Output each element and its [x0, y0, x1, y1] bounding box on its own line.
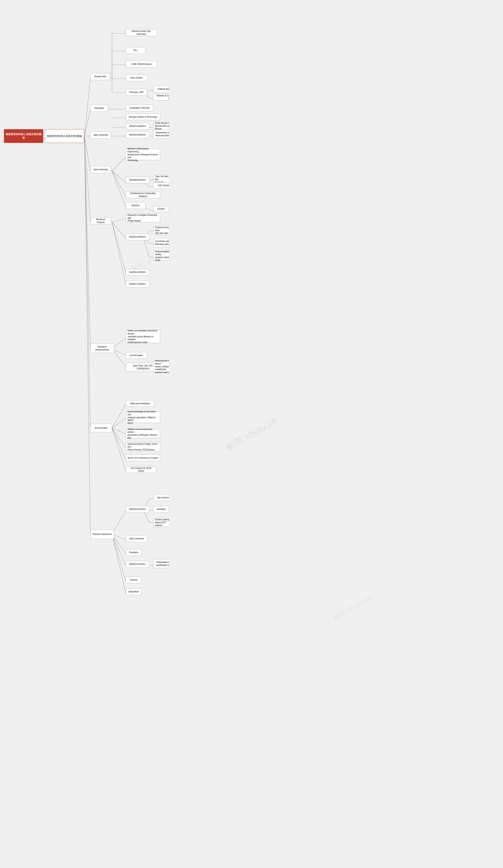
assistant-node: Assistant [153, 506, 169, 513]
period-0413-0615-node: 04/2013-06/2015 [126, 234, 149, 240]
origin-label: Good command of Origin, Vector NTI, Prim… [128, 443, 158, 451]
csc-label: CSC Scholarship [158, 184, 169, 187]
svg-line-100 [112, 534, 126, 581]
period-0412-0213-label: 04/2012-02/2013 [129, 271, 145, 274]
svg-line-35 [112, 157, 126, 171]
journal-paper-1-node: journal paper [126, 352, 147, 359]
research-achievements-label: Research Achievements [92, 345, 112, 351]
svg-line-78 [112, 428, 126, 448]
period-0910-0615-label: 09/2010-06/2015 [129, 133, 145, 136]
period-0910-0711-node: 09/2010-07/2011 [126, 561, 149, 568]
tel-node: TEL: [126, 47, 145, 54]
period-122007-label: 12/2007 [157, 207, 165, 210]
svg-line-66 [112, 349, 126, 355]
participated-label: Participated in the gold trade qualifica… [157, 561, 169, 566]
svg-line-4 [84, 136, 90, 171]
jobs-university-2-node: Jobs University [90, 166, 111, 173]
guided-label: Guided undergraduates to attend SITP pro… [155, 518, 169, 527]
svg-line-5 [84, 136, 90, 222]
phone-node: (+86) 138-0013xxxxx [126, 61, 157, 68]
period-0910-0711-label: 09/2010-07/2011 [129, 563, 145, 566]
svg-line-97 [112, 534, 126, 566]
origin-node: Good command of Origin, Vector NTI, Prim… [126, 442, 160, 451]
ielts-label: IELTS: 6.5; Proficiency in English [128, 456, 158, 459]
phage-display-node: Research on Antigen Presenting with Phag… [126, 214, 160, 223]
donald-jobs-label: Donald Jobs [94, 75, 106, 78]
period-0412-0213-node: 04/2012-02/2013 [126, 269, 149, 276]
president-label: President [129, 551, 138, 554]
guided-node: Guided undergraduates to attend SITP pro… [153, 518, 169, 527]
svg-line-61 [112, 222, 126, 285]
main-center-label: 高校研究所科研人员英文简历模板 [47, 134, 82, 138]
practice-experience-node: Practice Experience [90, 529, 114, 539]
cell-culture-node: Good knowledge of cell culture and antig… [126, 412, 160, 423]
communicated-label: Communicated findings and draft weekly p… [155, 250, 169, 262]
root-node: 高校研究所科研人员英文简历模板 [4, 129, 43, 143]
president-node: President [126, 549, 141, 556]
svg-line-74 [112, 418, 126, 428]
svg-line-102 [112, 534, 126, 593]
research-projects-node: Research Projects [90, 217, 111, 225]
study-abroad-label: Study abroad, Department of Biochemistry… [155, 122, 169, 130]
conduct-survey-node: Conduct survey of literature and liaise … [153, 226, 169, 235]
svg-line-37 [112, 171, 126, 183]
jobs-university-1-node: Jobs University [90, 132, 111, 138]
svg-line-80 [112, 428, 126, 459]
period-122007-node: 12/2007 [153, 206, 169, 212]
scholarship-outstanding-label: Scholarship for Outstanding Students [128, 192, 158, 197]
svg-line-76 [112, 428, 126, 434]
ielts-node: IELTS: 6.5; Proficiency in English [126, 455, 160, 461]
phage-display-label: Research on Antigen Presenting with Phag… [128, 214, 158, 222]
practice-experience-label: Practice Experience [92, 533, 112, 536]
feb1987-label: February. 1987 [129, 91, 144, 94]
interest-node: Interest [126, 577, 141, 583]
dob-label: Date of Birth: [130, 76, 143, 79]
assistant-label: Assistant [157, 508, 165, 511]
jobs-university-1-label: Jobs University [93, 134, 108, 136]
svg-line-49 [112, 219, 126, 222]
jobs-univ-2-node: Jobs University [126, 535, 147, 542]
education-node: Education [90, 105, 108, 112]
scholarship-outstanding-node: Scholarship for Outstanding Students [126, 192, 160, 198]
svg-line-93 [112, 534, 126, 540]
participated-node: Participated in the gold trade qualifica… [153, 559, 169, 568]
graduation-node: Graduation: 2015.06 [126, 105, 153, 111]
study-abroad-node: Study abroad, Department of Biochemistry… [153, 121, 169, 130]
csc-node: CSC Scholarship [153, 182, 169, 189]
svg-line-85 [112, 510, 126, 534]
period-0411-0312-node: 04/2011-03/2012 [126, 281, 149, 287]
education-label: Education [94, 107, 104, 110]
cell-culture-label: Good knowledge of cell culture and antig… [128, 410, 158, 424]
svg-line-1 [84, 78, 90, 136]
svg-line-2 [84, 109, 90, 136]
phone-label: (+86) 138-0013xxxxx [131, 63, 151, 65]
georgia-node: Georgia Institute of Technology [126, 113, 160, 120]
coordinate-label: Coordinate upkeep and sterility of labor… [155, 240, 169, 246]
research-area-label: Research Area: Bio-pharmacy [128, 30, 155, 36]
svg-line-59 [112, 222, 126, 273]
period-0913-0614-label: 09/2013-06/2014 [129, 125, 145, 128]
svg-line-64 [112, 338, 126, 349]
defect-node: Defect recombination induced by density … [126, 330, 160, 343]
jobs-univ-2-label: Jobs University [129, 537, 144, 540]
biochem-tests-node: Skilled in biochemical tests: protein ex… [126, 429, 160, 438]
opt-express-node: Opt. Express 22, A370 (2014) [126, 466, 156, 473]
opt-express-label: Opt. Express 22, A370 (2014) [128, 467, 154, 472]
donald-jobs-node: Donald Jobs [90, 73, 110, 80]
period-0910-0713-node: 09/2010-07/2013 [126, 506, 149, 513]
jobs-univ-practice-node: Jobs University [153, 494, 169, 501]
political-status-node: Political Status: [153, 86, 169, 92]
research-projects-label: Research Projects [92, 218, 109, 224]
jobs-university-2-label: Jobs University [93, 168, 108, 171]
tel-label: TEL: [133, 49, 138, 52]
biochem-tests-label: Skilled in biochemical tests: protein ex… [128, 428, 158, 440]
period-0910-0713-label: 09/2010-07/2013 [129, 508, 145, 511]
period-0913-0614-node: 09/2013-06/2014 [126, 123, 149, 130]
basketball-node: Basketball [126, 588, 141, 595]
svg-line-43 [112, 171, 126, 196]
svg-line-57 [143, 239, 149, 257]
skills-certs-node: Skills and Certificates [126, 400, 154, 407]
svg-line-8 [84, 136, 90, 534]
journal-paper-1-label: journal paper [130, 354, 143, 357]
communist-label: Member of Communist Party of China [155, 94, 169, 100]
